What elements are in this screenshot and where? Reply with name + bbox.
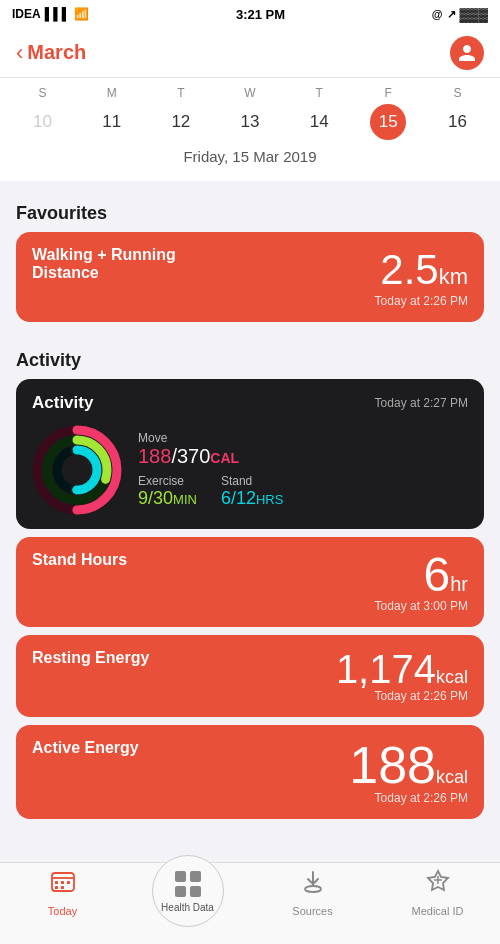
stand-hours-card[interactable]: Stand Hours 6hr Today at 3:00 PM [16,537,484,627]
back-label: March [27,41,86,64]
health-data-circle: Health Data [152,855,224,927]
svg-point-17 [305,886,321,892]
favourites-section: Favourites Walking + Running Distance 2.… [0,189,500,336]
scroll-content[interactable]: S M T W T F S 10 11 12 13 14 15 16 Frida… [0,78,500,862]
svg-rect-13 [175,871,186,882]
calendar-day-14[interactable]: 14 [285,104,354,140]
person-icon [457,43,477,63]
calendar-week-row: 10 11 12 13 14 15 16 [0,104,500,140]
walking-time: Today at 2:26 PM [375,294,468,308]
day-header-s1: S [8,86,77,100]
activity-card-time: Today at 2:27 PM [375,396,468,410]
tab-today[interactable]: Today [0,869,125,917]
day-header-m: M [77,86,146,100]
calendar-day-16[interactable]: 16 [423,104,492,140]
status-bar: IDEA ▌▌▌ 📶 3:21 PM @ ↗ ▓▓▓ [0,0,500,28]
exercise-stand-row: Exercise 9/30MIN Stand 6/12HRS [138,474,468,509]
svg-rect-11 [55,886,58,889]
move-label: Move [138,431,468,445]
nav-header: ‹ March [0,28,500,78]
medical-id-icon [425,869,451,901]
calendar-day-15-today[interactable]: 15 [370,104,406,140]
battery-icon: ▓▓▓ [460,7,488,22]
stand-hours-time: Today at 3:00 PM [375,599,468,613]
active-energy-title: Active Energy [32,739,139,757]
exercise-value: 9/30MIN [138,488,197,509]
calendar-day-12[interactable]: 12 [146,104,215,140]
tab-medical-id[interactable]: Medical ID [375,869,500,917]
svg-rect-8 [55,881,58,884]
sources-icon [300,869,326,901]
walking-card-title: Walking + Running Distance [32,246,232,282]
medical-id-label: Medical ID [412,905,464,917]
day-header-f: F [354,86,423,100]
active-energy-card[interactable]: Active Energy 188kcal Today at 2:26 PM [16,725,484,819]
activity-card[interactable]: Activity Today at 2:27 PM [16,379,484,529]
calendar-section: S M T W T F S 10 11 12 13 14 15 16 Frida… [0,78,500,181]
walking-distance-card[interactable]: Walking + Running Distance 2.5km Today a… [16,232,484,322]
activity-stats: Move 188/370CAL Exercise 9/30MIN [138,431,468,509]
svg-rect-15 [175,886,186,897]
stand-label: Stand [221,474,284,488]
stand-hours-value: 6hr [375,551,468,599]
day-header-t1: T [146,86,215,100]
favourites-title: Favourites [16,203,484,224]
status-left: IDEA ▌▌▌ 📶 [12,7,89,21]
back-button[interactable]: ‹ March [16,40,86,66]
activity-section: Activity Activity Today at 2:27 PM [0,336,500,841]
status-time: 3:21 PM [236,7,285,22]
tab-bar: Today Health Data Health Data Sources [0,862,500,944]
resting-energy-value: 1,174kcal [336,649,468,689]
grid-icon [173,869,203,899]
day-header-w: W [215,86,284,100]
divider-1 [0,181,500,189]
move-stat: Move 188/370CAL [138,431,468,468]
svg-rect-16 [190,886,201,897]
active-energy-value: 188kcal [349,739,468,791]
day-header-s2: S [423,86,492,100]
calendar-day-10[interactable]: 10 [8,104,77,140]
exercise-label: Exercise [138,474,197,488]
tab-health-data[interactable]: Health Data Health Data [125,869,250,881]
day-header-t2: T [285,86,354,100]
tab-sources[interactable]: Sources [250,869,375,917]
wifi-icon: 📶 [74,7,89,21]
today-label: Today [48,905,77,917]
today-icon [50,869,76,901]
stand-stat: Stand 6/12HRS [221,474,284,509]
walking-value: 2.5km [375,246,468,294]
activity-title: Activity [16,350,484,371]
stand-hours-title: Stand Hours [32,551,127,569]
sources-label: Sources [292,905,332,917]
nav-arrow-icon: ↗ [447,8,456,21]
svg-rect-12 [61,886,64,889]
chevron-left-icon: ‹ [16,40,23,66]
calendar-day-11[interactable]: 11 [77,104,146,140]
svg-rect-10 [67,881,70,884]
profile-avatar-button[interactable] [450,36,484,70]
calendar-day-13[interactable]: 13 [215,104,284,140]
carrier-label: IDEA [12,7,41,21]
svg-rect-9 [61,881,64,884]
resting-energy-title: Resting Energy [32,649,149,667]
exercise-stat: Exercise 9/30MIN [138,474,197,509]
calendar-day-headers: S M T W T F S [0,86,500,100]
selected-date-label: Friday, 15 Mar 2019 [0,140,500,169]
status-right: @ ↗ ▓▓▓ [432,7,488,22]
activity-card-title: Activity [32,393,93,413]
resting-energy-card[interactable]: Resting Energy 1,174kcal Today at 2:26 P… [16,635,484,717]
location-icon: @ [432,8,443,20]
signal-icon: ▌▌▌ [45,7,71,21]
move-value: 188/370CAL [138,445,468,468]
resting-energy-time: Today at 2:26 PM [336,689,468,703]
svg-rect-14 [190,871,201,882]
activity-ring [32,425,122,515]
stand-value: 6/12HRS [221,488,284,509]
health-data-label: Health Data [161,902,214,913]
